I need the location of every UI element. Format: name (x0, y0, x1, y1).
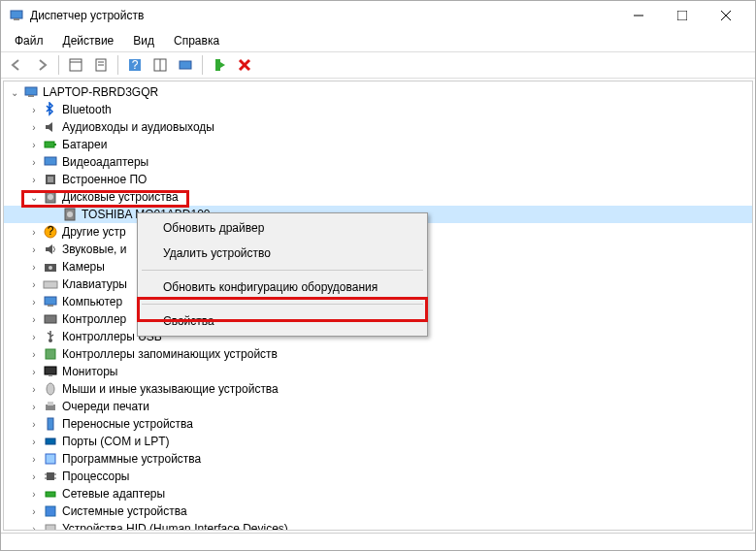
expander-icon[interactable]: › (27, 103, 41, 116)
svg-rect-35 (45, 297, 56, 305)
tree-category[interactable]: ›Программные устройства (4, 450, 752, 468)
tree-category[interactable]: ⌄Дисковые устройства (4, 188, 752, 206)
menu-file[interactable]: Файл (7, 32, 51, 49)
expander-icon[interactable]: › (27, 295, 41, 308)
expander-icon[interactable]: › (27, 173, 41, 186)
svg-rect-37 (45, 315, 56, 323)
tree-category[interactable]: ›Порты (COM и LPT) (4, 433, 752, 450)
expander-icon[interactable]: › (27, 487, 41, 501)
audio-icon (43, 119, 58, 135)
tree-category[interactable]: ›Батареи (4, 136, 752, 153)
svg-rect-6 (70, 59, 82, 71)
expander-icon[interactable]: › (27, 138, 41, 151)
storage-icon (43, 346, 58, 362)
disk-icon (62, 207, 78, 222)
action-button[interactable] (148, 53, 172, 77)
node-label: Процессоры (62, 470, 130, 483)
menu-action[interactable]: Действие (55, 32, 122, 49)
properties-button[interactable] (89, 53, 113, 77)
svg-rect-42 (49, 374, 52, 376)
svg-rect-25 (48, 177, 53, 182)
tree-category[interactable]: ›Мыши и иные указывающие устройства (4, 380, 752, 398)
expander-icon[interactable]: › (27, 435, 41, 448)
expander-icon[interactable]: › (27, 522, 41, 531)
tree-category[interactable]: ›Аудиовходы и аудиовыходы (4, 118, 752, 136)
expander-icon[interactable]: › (27, 225, 41, 239)
close-button[interactable] (704, 1, 747, 30)
svg-rect-55 (46, 506, 55, 516)
tree-category[interactable]: ›Очереди печати (4, 398, 752, 415)
tree-category[interactable]: ›Встроенное ПО (4, 171, 752, 188)
uninstall-button[interactable] (233, 53, 256, 77)
node-label: Bluetooth (62, 103, 112, 116)
node-label: Сетевые адаптеры (62, 487, 165, 501)
expander-icon[interactable]: › (27, 400, 41, 413)
tree-category[interactable]: ›Процессоры (4, 468, 752, 485)
svg-rect-56 (46, 525, 55, 531)
other-icon: ? (43, 224, 58, 240)
expander-icon[interactable]: › (27, 417, 41, 431)
expander-icon[interactable]: › (27, 277, 41, 291)
menu-help[interactable]: Справка (166, 32, 227, 49)
expander-icon[interactable]: ⌄ (27, 190, 41, 204)
expander-icon[interactable]: › (27, 347, 41, 361)
context-menu-item[interactable]: Обновить конфигурацию оборудования (140, 275, 425, 300)
tree-category[interactable]: ›Bluetooth (4, 101, 752, 118)
expander-icon[interactable]: › (27, 243, 41, 256)
battery-icon (43, 137, 58, 152)
tree-root-node[interactable]: ⌄LAPTOP-RBRD3GQR (4, 83, 752, 101)
node-label: Аудиовходы и аудиовыходы (62, 120, 214, 134)
back-button[interactable] (5, 53, 28, 77)
context-menu-separator (142, 304, 423, 305)
expander-icon[interactable]: › (27, 155, 41, 169)
expander-icon[interactable]: › (27, 260, 41, 274)
context-menu-item[interactable]: Удалить устройство (140, 241, 425, 266)
tree-category[interactable]: ›Системные устройства (4, 502, 752, 520)
cpu-icon (43, 469, 58, 484)
svg-rect-48 (46, 454, 55, 464)
context-menu-item[interactable]: Свойства (140, 308, 425, 334)
node-label: Встроенное ПО (62, 173, 147, 186)
window-title: Диспетчер устройств (30, 9, 616, 22)
tree-category[interactable]: ›Мониторы (4, 363, 752, 380)
window-controls (616, 1, 747, 30)
toolbar-separator (58, 55, 59, 75)
expander-icon[interactable]: › (27, 330, 41, 343)
forward-button[interactable] (30, 53, 53, 77)
update-button[interactable] (208, 53, 231, 77)
svg-point-29 (67, 211, 73, 217)
tree-category[interactable]: ›Устройства HID (Human Interface Devices… (4, 520, 752, 531)
computer-icon (43, 294, 58, 309)
svg-rect-46 (48, 418, 53, 430)
context-menu-item[interactable]: Обновить драйвер (140, 215, 425, 241)
expander-icon[interactable]: › (27, 470, 41, 483)
tree-category[interactable]: ›Контроллеры запоминающих устройств (4, 345, 752, 363)
svg-rect-47 (46, 438, 55, 444)
help-button[interactable]: ? (123, 53, 147, 77)
show-hide-button[interactable] (64, 53, 87, 77)
scan-button[interactable] (174, 53, 197, 77)
tree-category[interactable]: ›Сетевые адаптеры (4, 485, 752, 502)
node-label: Системные устройства (62, 504, 187, 518)
tree-category[interactable]: ›Переносные устройства (4, 415, 752, 433)
svg-rect-19 (25, 87, 37, 95)
node-label: Контроллеры запоминающих устройств (62, 347, 278, 361)
maximize-button[interactable] (660, 1, 704, 30)
expander-icon[interactable]: › (27, 504, 41, 518)
port-icon (43, 434, 58, 449)
svg-point-33 (49, 266, 52, 270)
expander-icon[interactable]: › (27, 312, 41, 326)
expander-icon[interactable]: › (27, 452, 41, 466)
menu-view[interactable]: Вид (125, 32, 162, 49)
node-label: Другие устр (62, 225, 126, 239)
tree-category[interactable]: ›Видеоадаптеры (4, 153, 752, 171)
node-label: Порты (COM и LPT) (62, 435, 170, 448)
svg-rect-34 (44, 281, 57, 288)
svg-rect-23 (45, 157, 56, 165)
statusbar (1, 533, 755, 550)
expander-icon[interactable]: › (27, 120, 41, 134)
expander-icon[interactable]: › (27, 382, 41, 396)
expander-icon[interactable]: ⌄ (8, 85, 21, 99)
minimize-button[interactable] (616, 1, 660, 30)
expander-icon[interactable]: › (27, 365, 41, 378)
